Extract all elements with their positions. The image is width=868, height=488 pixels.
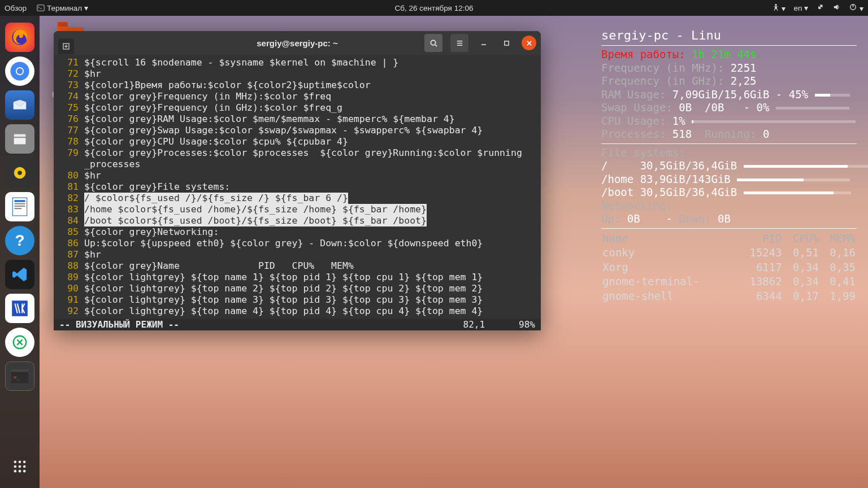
svg-rect-20 bbox=[11, 369, 28, 372]
svg-rect-0 bbox=[37, 5, 44, 11]
close-button[interactable] bbox=[522, 36, 536, 50]
svg-point-23 bbox=[19, 461, 21, 464]
svg-point-1 bbox=[775, 3, 777, 6]
volume-icon[interactable] bbox=[832, 3, 841, 13]
dock-remote[interactable] bbox=[5, 328, 34, 357]
search-button[interactable] bbox=[424, 34, 442, 52]
svg-rect-16 bbox=[14, 208, 21, 209]
app-menu-label: Терминал bbox=[47, 4, 82, 12]
conky-panel: sergiy-pc - Linu Время работы: 1h 21m 44… bbox=[601, 28, 857, 304]
dock-virtualbox[interactable] bbox=[5, 294, 34, 323]
dock-libreoffice[interactable] bbox=[5, 192, 34, 221]
dock: ? >_ bbox=[0, 16, 40, 488]
dock-show-apps[interactable] bbox=[5, 452, 34, 481]
menu-button[interactable] bbox=[450, 34, 468, 52]
dock-help[interactable]: ? bbox=[5, 226, 34, 255]
svg-point-25 bbox=[14, 465, 17, 468]
svg-rect-14 bbox=[14, 203, 25, 204]
svg-rect-13 bbox=[14, 200, 25, 202]
svg-rect-31 bbox=[58, 22, 68, 27]
vim-scroll-pct: 98% bbox=[519, 319, 535, 330]
accessibility-icon[interactable]: ▾ bbox=[772, 3, 786, 13]
terminal-title: sergiy@sergiy-pc: ~ bbox=[257, 38, 337, 48]
vim-cursor-pos: 82,1 bbox=[463, 319, 485, 330]
conky-hostname: sergiy-pc - Linu bbox=[601, 28, 857, 43]
conky-top-table: NamePIDCPU%MEM% conky152430,510,16 Xorg6… bbox=[601, 231, 857, 304]
clock[interactable]: Сб, 26 сентября 12:06 bbox=[395, 4, 474, 12]
new-tab-button[interactable] bbox=[58, 38, 74, 54]
dock-rhythmbox[interactable] bbox=[5, 158, 34, 188]
svg-point-11 bbox=[18, 171, 22, 175]
keyboard-layout[interactable]: en ▾ bbox=[793, 3, 808, 12]
cpu-bar bbox=[692, 120, 856, 123]
network-icon[interactable] bbox=[816, 3, 824, 13]
dock-vscode[interactable] bbox=[5, 260, 34, 289]
power-icon[interactable]: ▾ bbox=[849, 3, 863, 13]
vim-status-line: -- ВИЗУАЛЬНЫЙ РЕЖИМ -- 82,1 98% bbox=[54, 319, 541, 330]
svg-point-29 bbox=[19, 470, 21, 473]
minimize-button[interactable] bbox=[476, 36, 491, 50]
dock-files[interactable] bbox=[5, 124, 34, 154]
svg-point-7 bbox=[17, 68, 23, 75]
dock-terminal-active[interactable]: >_ bbox=[5, 361, 34, 391]
svg-rect-15 bbox=[14, 206, 25, 207]
svg-rect-8 bbox=[14, 134, 26, 137]
activities-button[interactable]: Обзор bbox=[5, 4, 27, 12]
svg-rect-17 bbox=[12, 300, 28, 316]
svg-point-27 bbox=[23, 465, 26, 468]
svg-point-30 bbox=[23, 470, 26, 473]
terminal-titlebar[interactable]: sergiy@sergiy-pc: ~ bbox=[54, 31, 541, 55]
svg-point-35 bbox=[431, 40, 435, 45]
dock-firefox[interactable] bbox=[5, 23, 34, 52]
svg-point-24 bbox=[23, 461, 26, 464]
dock-chromium[interactable] bbox=[5, 56, 34, 86]
svg-rect-9 bbox=[14, 138, 26, 144]
svg-point-26 bbox=[19, 465, 21, 468]
top-panel: Обзор Терминал ▾ Сб, 26 сентября 12:06 ▾… bbox=[0, 0, 868, 16]
svg-point-28 bbox=[14, 470, 17, 473]
ram-bar bbox=[815, 94, 850, 97]
maximize-button[interactable] bbox=[499, 36, 514, 50]
chevron-down-icon: ▾ bbox=[84, 3, 88, 12]
terminal-content[interactable]: 71${scroll 16 $nodename - $sysname $kern… bbox=[54, 55, 541, 319]
svg-rect-41 bbox=[504, 41, 508, 45]
svg-text:>_: >_ bbox=[14, 374, 20, 380]
vim-mode: -- ВИЗУАЛЬНЫЙ РЕЖИМ -- bbox=[59, 319, 179, 330]
terminal-window: sergiy@sergiy-pc: ~ 71${scroll 16 $noden… bbox=[54, 31, 541, 330]
app-menu[interactable]: Терминал ▾ bbox=[37, 3, 88, 12]
swap-bar bbox=[776, 107, 849, 110]
terminal-icon bbox=[37, 4, 45, 12]
svg-line-36 bbox=[435, 45, 437, 46]
svg-point-22 bbox=[14, 461, 17, 464]
dock-thunderbird[interactable] bbox=[5, 90, 34, 120]
